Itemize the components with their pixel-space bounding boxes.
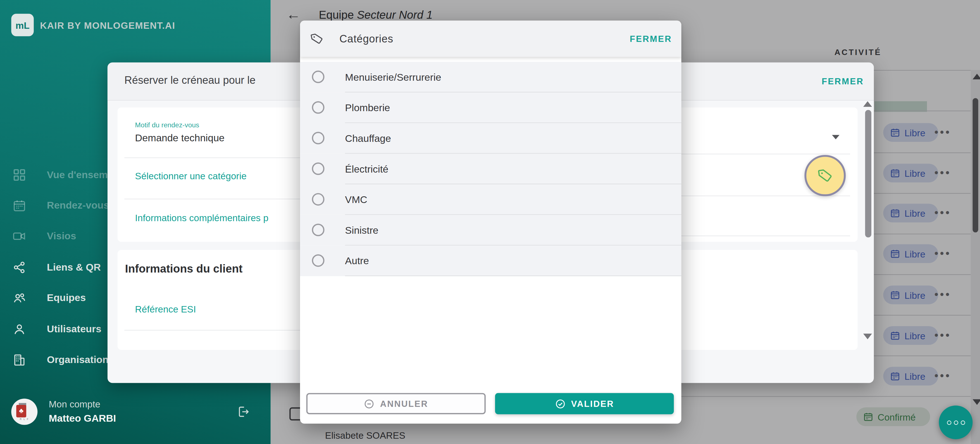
- category-option-autre[interactable]: Autre: [300, 246, 681, 276]
- sidebar-item-label: Equipes: [47, 293, 86, 304]
- screen: mL KAIR BY MONLOGEMENT.AI Vue d'ensemble: [0, 0, 980, 444]
- additional-info-link[interactable]: Informations complémentaires p: [135, 212, 293, 223]
- sidebar-item-label: Visios: [47, 231, 76, 242]
- dot-icon: [953, 420, 958, 425]
- category-option-label: Électricité: [345, 154, 388, 184]
- category-option-chauffage[interactable]: Chauffage: [300, 123, 681, 154]
- brand-logo-icon: mL: [11, 14, 34, 36]
- avatar: ♣ R L F: [11, 399, 37, 425]
- check-circle-icon: [555, 398, 565, 409]
- floating-actions-button[interactable]: [939, 406, 973, 439]
- close-button[interactable]: FERMER: [822, 76, 864, 86]
- validate-button[interactable]: VALIDER: [495, 393, 674, 414]
- account-name: Matteo GARBI: [49, 413, 116, 424]
- cancel-button[interactable]: ANNULER: [306, 393, 485, 414]
- scroll-down-icon[interactable]: [863, 334, 872, 339]
- category-option-label: VMC: [345, 184, 368, 215]
- share-icon: [13, 260, 26, 274]
- category-tag-button[interactable]: [805, 155, 846, 196]
- brand-title: KAIR BY MONLOGEMENT.AI: [40, 20, 175, 31]
- minus-circle-icon: [364, 398, 374, 409]
- sidebar-item-label: Organisations: [47, 354, 114, 366]
- radio-icon[interactable]: [312, 254, 325, 267]
- reserve-modal-title: Réserver le créneau pour le: [124, 74, 255, 87]
- category-option-electricite[interactable]: Électricité: [300, 154, 681, 184]
- sidebar-item-label: Utilisateurs: [47, 323, 102, 335]
- category-option-plomberie[interactable]: Plomberie: [300, 92, 681, 123]
- radio-icon[interactable]: [312, 193, 325, 206]
- people-icon: [13, 291, 26, 305]
- calendar-icon: [13, 199, 26, 212]
- category-option-label: Autre: [345, 246, 369, 276]
- chevron-down-icon[interactable]: [832, 135, 840, 140]
- logout-icon[interactable]: [236, 405, 250, 419]
- categories-modal-header: Catégories FERMER: [300, 21, 681, 57]
- radio-icon[interactable]: [312, 224, 325, 236]
- sidebar-item-label: Liens & QR: [47, 262, 101, 273]
- category-option-label: Chauffage: [345, 123, 391, 154]
- client-section-title: Informations du client: [125, 263, 243, 276]
- radio-icon[interactable]: [312, 132, 325, 144]
- grid-icon: [13, 168, 26, 181]
- category-option-label: Menuiserie/Serrurerie: [345, 62, 441, 93]
- radio-icon[interactable]: [312, 163, 325, 175]
- category-option-label: Plomberie: [345, 92, 390, 123]
- categories-modal-title: Catégories: [339, 33, 393, 46]
- category-option-vmc[interactable]: VMC: [300, 184, 681, 215]
- tag-icon: [309, 31, 325, 47]
- video-icon: [13, 230, 26, 243]
- radio-icon[interactable]: [312, 71, 325, 83]
- motif-label: Motif du rendez-vous: [135, 121, 199, 129]
- building-icon: [13, 353, 26, 367]
- select-category-link[interactable]: Sélectionner une catégorie: [135, 171, 247, 181]
- category-option-sinistre[interactable]: Sinistre: [300, 215, 681, 246]
- tag-icon: [816, 166, 834, 185]
- sidebar-item-label: Rendez-vous: [47, 200, 109, 211]
- scroll-up-icon[interactable]: [863, 101, 872, 107]
- close-button[interactable]: FERMER: [630, 34, 672, 44]
- reference-esi-link[interactable]: Référence ESI: [135, 304, 196, 314]
- modal-scrollbar-thumb[interactable]: [865, 110, 871, 237]
- category-options-list: Menuiserie/Serrurerie Plomberie Chauffag…: [300, 62, 681, 276]
- category-option-label: Sinistre: [345, 215, 378, 246]
- dot-icon: [947, 420, 951, 425]
- account-label: Mon compte: [49, 399, 100, 409]
- dot-icon: [961, 420, 965, 425]
- motif-value[interactable]: Demande technique: [135, 132, 224, 144]
- categories-modal: Catégories FERMER Menuiserie/Serrurerie …: [300, 21, 681, 423]
- category-option-menuiserie[interactable]: Menuiserie/Serrurerie: [300, 62, 681, 93]
- radio-icon[interactable]: [312, 101, 325, 114]
- person-icon: [13, 322, 26, 336]
